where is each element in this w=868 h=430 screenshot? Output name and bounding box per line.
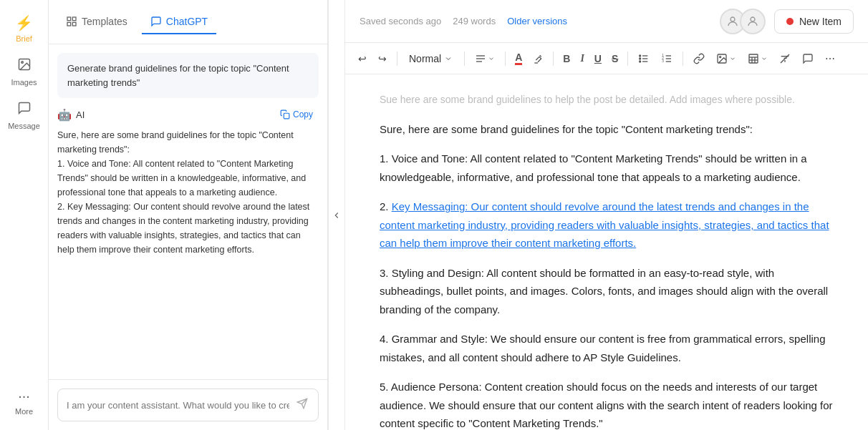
sidebar-item-images[interactable]: Images	[3, 52, 46, 92]
editor-item-1: 1. Voice and Tone: All content related t…	[380, 150, 834, 186]
clear-format-icon	[779, 53, 791, 64]
new-item-indicator	[786, 18, 794, 25]
bullet-list-button[interactable]	[634, 49, 654, 68]
bullet-list-icon	[638, 53, 650, 64]
table-chevron-icon	[761, 55, 768, 62]
align-button[interactable]	[471, 49, 499, 68]
svg-rect-5	[72, 22, 76, 26]
ai-label-text: AI	[76, 109, 85, 120]
svg-rect-2	[67, 17, 71, 21]
chat-input-area	[49, 379, 327, 430]
align-chevron-icon	[488, 55, 495, 62]
toolbar-divider-2	[464, 52, 465, 66]
sidebar-item-message[interactable]: Message	[3, 95, 46, 136]
templates-icon	[66, 16, 77, 27]
image-chevron-icon	[729, 55, 736, 62]
undo-button[interactable]: ↩	[354, 49, 371, 68]
tab-chatgpt[interactable]: ChatGPT	[142, 10, 216, 34]
comment-button[interactable]	[798, 49, 818, 68]
chat-input[interactable]	[67, 400, 289, 411]
svg-point-28	[720, 56, 721, 57]
svg-point-1	[21, 62, 22, 64]
copy-button[interactable]: Copy	[274, 107, 319, 122]
sidebar: ⚡ Brief Images Message ··· More	[0, 0, 49, 430]
style-label: Normal	[409, 53, 441, 64]
more-toolbar-button[interactable]: ⋯	[821, 49, 839, 68]
editor-header: Saved seconds ago 249 words Older versio…	[345, 0, 868, 43]
strikethrough-button[interactable]: S	[608, 49, 622, 68]
brief-icon: ⚡	[15, 14, 33, 31]
link-button[interactable]	[689, 49, 709, 68]
send-icon	[296, 398, 308, 409]
toolbar-divider-1	[397, 52, 397, 66]
svg-point-9	[730, 17, 735, 21]
avatar-group	[720, 9, 766, 34]
ai-response: 🤖 AI Copy Sure, here are some brand guid…	[57, 107, 319, 257]
sidebar-label-message: Message	[8, 122, 40, 130]
svg-text:3: 3	[662, 59, 665, 63]
toolbar-divider-6	[683, 52, 683, 66]
ai-robot-icon: 🤖	[57, 108, 72, 122]
new-item-label: New Item	[799, 16, 842, 27]
svg-rect-4	[67, 22, 71, 26]
ai-response-text: Sure, here are some brand guidelines for…	[57, 128, 319, 257]
toolbar-divider-3	[505, 52, 506, 66]
editor-item-5: 5. Audience Persona: Content creation sh…	[380, 378, 834, 430]
image-icon	[716, 53, 728, 64]
editor-item-3: 3. Styling and Design: All content shoul…	[380, 264, 834, 319]
svg-point-10	[751, 17, 755, 21]
svg-line-14	[540, 55, 541, 57]
text-color-button[interactable]: A	[511, 48, 526, 69]
tab-templates[interactable]: Templates	[57, 10, 136, 34]
numbered-list-icon: 1 2 3	[661, 53, 672, 64]
underline-button[interactable]: U	[591, 49, 605, 68]
avatar-2[interactable]	[740, 9, 766, 34]
redo-button[interactable]: ↪	[374, 49, 391, 68]
highlight-icon	[532, 53, 544, 64]
svg-rect-29	[749, 54, 758, 63]
italic-button[interactable]: I	[577, 49, 587, 68]
ai-label: 🤖 AI	[57, 108, 85, 122]
editor-area: Saved seconds ago 249 words Older versio…	[345, 0, 868, 430]
sidebar-label-brief: Brief	[16, 34, 32, 43]
chevron-left-icon	[332, 210, 342, 220]
bold-button[interactable]: B	[559, 49, 574, 68]
svg-point-20	[640, 61, 641, 62]
sidebar-item-brief[interactable]: ⚡ Brief	[3, 9, 46, 49]
message-icon	[17, 101, 32, 119]
table-button[interactable]	[743, 49, 772, 68]
chat-input-wrapper	[57, 389, 319, 421]
numbered-list-button[interactable]: 1 2 3	[657, 49, 677, 68]
copy-label: Copy	[293, 109, 313, 119]
chat-area: Generate brand guidelines for the topic …	[49, 44, 327, 379]
sidebar-label-images: Images	[11, 78, 37, 87]
editor-actions: New Item	[720, 9, 854, 34]
panel-tabs: Templates ChatGPT	[49, 0, 327, 44]
editor-item-2-link[interactable]: Key Messaging: Our content should revolv…	[380, 200, 829, 249]
toolbar-divider-4	[553, 52, 554, 66]
editor-item-4: 4. Grammar and Style: We should ensure o…	[380, 330, 834, 366]
chatgpt-icon	[150, 16, 162, 27]
prompt-text: Generate brand guidelines for the topic …	[67, 63, 289, 88]
link-icon	[693, 53, 705, 64]
editor-toolbar: ↩ ↪ Normal A B I U	[345, 43, 868, 74]
toolbar-divider-5	[627, 52, 628, 66]
panel-collapse-button[interactable]	[328, 0, 345, 430]
editor-content: Sue here are some brand guidelines to he…	[345, 74, 868, 430]
clear-format-button[interactable]	[775, 49, 795, 68]
table-icon	[748, 53, 759, 64]
new-item-button[interactable]: New Item	[774, 9, 854, 34]
older-versions-link[interactable]: Older versions	[507, 16, 567, 26]
sidebar-label-more: More	[15, 407, 33, 416]
image-button[interactable]	[712, 49, 741, 68]
sidebar-item-more[interactable]: ··· More	[3, 382, 46, 421]
copy-icon	[280, 109, 290, 119]
style-chevron-icon	[444, 54, 453, 63]
svg-rect-3	[72, 17, 76, 21]
editor-item-2: 2. Key Messaging: Our content should rev…	[380, 197, 834, 253]
word-count: 249 words	[453, 16, 496, 26]
prompt-bubble: Generate brand guidelines for the topic …	[57, 53, 319, 98]
highlight-button[interactable]	[529, 49, 547, 68]
style-selector[interactable]: Normal	[403, 50, 458, 67]
send-button[interactable]	[295, 396, 309, 414]
